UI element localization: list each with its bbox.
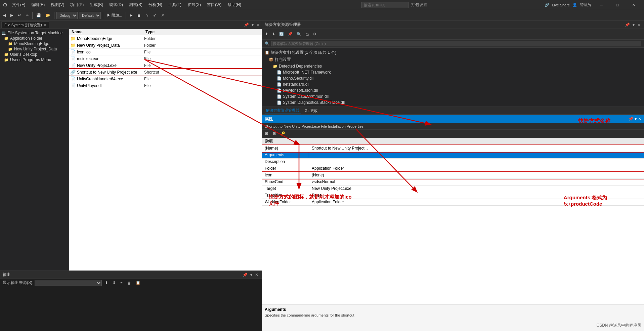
toolbar-stop-btn[interactable]: ⏹ xyxy=(135,12,142,18)
file-row-7[interactable]: 📄 UnityPlayer.dll File xyxy=(69,82,262,89)
toolbar-back-btn[interactable]: ◀ xyxy=(1,12,7,18)
tree-item-monobleed[interactable]: 📁 MonoBleedingEdge xyxy=(0,41,69,46)
output-up-btn[interactable]: ⬆ xyxy=(103,280,110,286)
tree-item-appfolder[interactable]: 📁 Application Folder xyxy=(0,36,69,41)
menu-build[interactable]: 生成(B) xyxy=(87,1,106,8)
prop-row-description[interactable]: Description xyxy=(262,159,644,165)
output-source-dropdown[interactable] xyxy=(35,280,102,286)
toolbar-run-btn[interactable]: ▶ xyxy=(128,12,134,18)
output-filter-btn[interactable]: ≡ xyxy=(119,280,124,286)
sol-dep-netstandard[interactable]: 📄 netstandard.dll xyxy=(262,81,644,87)
toolbar-undo-btn[interactable]: ↩ xyxy=(16,12,23,18)
prop-pin-btn[interactable]: 📌 xyxy=(628,117,633,121)
prop-tool-props[interactable]: 🔑 xyxy=(279,130,287,137)
file-row-3[interactable]: 📄 msiexec.exe File xyxy=(69,55,262,62)
sol-close-btn[interactable]: ✕ xyxy=(637,23,641,27)
menu-project[interactable]: 项目(P) xyxy=(68,1,86,8)
panel-menu-btn[interactable]: ▾ xyxy=(251,23,254,27)
menu-analyze[interactable]: 分析(N) xyxy=(146,1,165,8)
user-btn[interactable]: 管理员 xyxy=(580,2,591,7)
prop-row-transitive[interactable]: Transitive False xyxy=(262,192,644,199)
output-pin-btn[interactable]: 📌 xyxy=(242,273,248,277)
sol-project-item[interactable]: 📦 打包设置 xyxy=(262,56,644,63)
sol-dep-sysdata[interactable]: 📄 System.Data.Common.dll xyxy=(262,93,644,99)
toolbar-step3-btn[interactable]: ↗ xyxy=(159,12,166,18)
global-search-input[interactable] xyxy=(361,2,409,8)
sol-dep-netfw[interactable]: 📄 Microsoft .NET Framework xyxy=(262,69,644,75)
sol-tool-4[interactable]: 📌 xyxy=(286,31,294,37)
prop-row-showcmd[interactable]: ShowCmd vsdscNormal xyxy=(262,179,644,185)
solution-search-input[interactable] xyxy=(271,41,641,46)
minimize-button[interactable]: ─ xyxy=(594,0,609,10)
sol-tool-7[interactable]: ⚙ xyxy=(311,31,318,37)
platform-dropdown[interactable]: Default xyxy=(79,12,101,19)
menu-view[interactable]: 视图(V) xyxy=(48,1,67,8)
sol-tool-3[interactable]: 🔃 xyxy=(277,31,286,37)
file-row-1[interactable]: 📁 New Unity Project_Data Folder xyxy=(69,42,262,49)
filesystem-tab[interactable]: File System (打包设置) ✕ xyxy=(1,22,49,28)
prop-close-btn[interactable]: ✕ xyxy=(638,117,641,121)
toolbar-open-btn[interactable]: 📂 xyxy=(44,12,52,18)
prop-row-workingfolder[interactable]: WorkingFolder Application Folder xyxy=(262,199,644,206)
menu-extensions[interactable]: 扩展(X) xyxy=(185,1,204,8)
prop-tool-sort[interactable]: ⊟ xyxy=(271,130,277,137)
file-row-0[interactable]: 📁 MonoBleedingEdge Folder xyxy=(69,35,262,42)
output-close-btn[interactable]: ✕ xyxy=(254,273,259,277)
menu-file[interactable]: 文件(F) xyxy=(9,1,28,8)
prop-row-arguments[interactable]: Arguments xyxy=(262,152,644,159)
sol-tab-explorer[interactable]: 解决方案资源管理器 xyxy=(265,107,301,114)
output-clear-btn[interactable]: 🗑 xyxy=(126,280,133,286)
output-copy-btn[interactable]: 📋 xyxy=(134,280,142,286)
output-down-btn[interactable]: ⬇ xyxy=(111,280,117,286)
tree-item-root[interactable]: 💻 File System on Target Machine xyxy=(0,30,69,36)
tree-item-programs[interactable]: 📁 User's Programs Menu xyxy=(0,57,69,63)
output-menu-btn[interactable]: ▾ xyxy=(250,273,253,277)
solution-explorer-tab-bar: 解决方案资源管理器 📌 ▾ ✕ xyxy=(262,21,644,29)
sol-solution-item[interactable]: 📋 解决方案'打包设置'(1 个项目/共 1 个) xyxy=(262,49,644,56)
sol-dep-sysdiag[interactable]: 📄 System.Diagnostics.StackTrace.dll xyxy=(262,99,644,106)
menu-test[interactable]: 测试(S) xyxy=(126,1,145,8)
sol-tool-6[interactable]: 🗂 xyxy=(304,31,311,37)
menu-debug[interactable]: 调试(D) xyxy=(106,1,126,8)
prop-row-icon[interactable]: Icon (None) xyxy=(262,172,644,179)
file-row-5[interactable]: 🔗 Shortcut to New Unity Project.exe Shor… xyxy=(69,69,262,76)
maximize-button[interactable]: □ xyxy=(610,0,625,10)
prop-row-name[interactable]: (Name) Shortcut to New Unity Project... xyxy=(262,145,644,152)
menu-tools[interactable]: 工具(T) xyxy=(166,1,184,8)
sol-tool-1[interactable]: ⬆ xyxy=(263,31,270,37)
file-row-2[interactable]: 📄 icon.ico File xyxy=(69,49,262,55)
toolbar-forward-btn[interactable]: ▶ xyxy=(9,12,15,18)
toolbar-redo-btn[interactable]: ↪ xyxy=(24,12,30,18)
sol-dep-mono[interactable]: 📄 Mono.Security.dll xyxy=(262,75,644,81)
prop-menu-btn[interactable]: ▾ xyxy=(635,117,637,121)
file-row-4[interactable]: 📄 New Unity Project.exe File xyxy=(69,62,262,69)
sol-tool-2[interactable]: ⬇ xyxy=(270,31,277,37)
output-tab-label[interactable]: 输出 xyxy=(3,272,11,278)
prop-tool-grid[interactable]: ⊞ xyxy=(263,130,270,137)
prop-row-target[interactable]: Target New Unity Project.exe xyxy=(262,185,644,192)
menu-window[interactable]: 窗口(W) xyxy=(204,1,224,8)
sol-tool-5[interactable]: 🔍 xyxy=(295,31,303,37)
menu-help[interactable]: 帮助(H) xyxy=(225,1,244,8)
sol-pin-btn[interactable]: 📌 xyxy=(624,23,631,27)
toolbar-step-btn[interactable]: ↘ xyxy=(144,12,150,18)
sol-dep-newtonsoft[interactable]: 📄 Newtonsoft.Json.dll xyxy=(262,87,644,93)
attach-btn[interactable]: ▶ 附加... xyxy=(105,12,124,19)
sol-menu-btn[interactable]: ▾ xyxy=(632,23,635,27)
file-row-6[interactable]: 📄 UnityCrashHandler64.exe File xyxy=(69,76,262,82)
tree-item-desktop[interactable]: 📁 User's Desktop xyxy=(0,52,69,57)
panel-pin-btn[interactable]: 📌 xyxy=(243,23,250,27)
sol-detected-deps[interactable]: 📁 Detected Dependencies xyxy=(262,63,644,69)
file-icon-crashhandler: 📄 xyxy=(70,76,76,81)
prop-row-folder[interactable]: Folder Application Folder xyxy=(262,165,644,172)
close-button[interactable]: ✕ xyxy=(626,0,641,10)
menu-edit[interactable]: 编辑(E) xyxy=(29,1,47,8)
toolbar-save-btn[interactable]: 💾 xyxy=(35,12,43,18)
sol-tab-git[interactable]: Git 更改 xyxy=(303,108,319,114)
debug-mode-dropdown[interactable]: Debug xyxy=(56,12,78,19)
filesystem-tab-close[interactable]: ✕ xyxy=(43,23,46,27)
toolbar-step2-btn[interactable]: ↙ xyxy=(152,12,158,18)
tree-item-unitydata[interactable]: 📁 New Unity Project_Data xyxy=(0,46,69,52)
liveshare-btn[interactable]: Live Share xyxy=(552,3,570,7)
panel-close-btn[interactable]: ✕ xyxy=(256,23,260,27)
